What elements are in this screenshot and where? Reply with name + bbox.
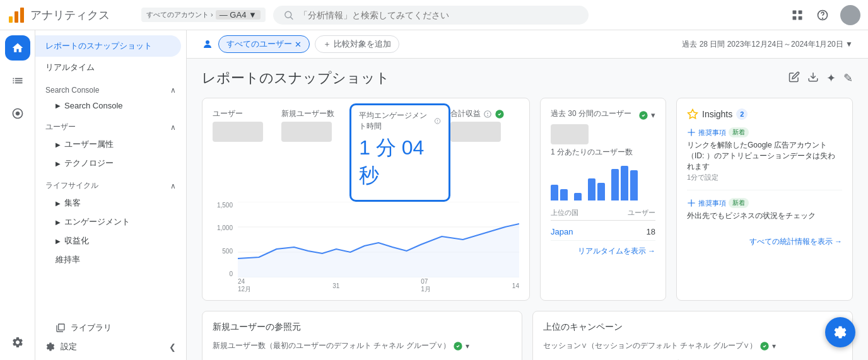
svg-point-10 [823,18,823,18]
realtime-value-blurred [551,124,589,144]
users-card: ユーザー 新規ユーザー数 平均エンゲージメント時間 1 分 [202,98,530,301]
search-bar[interactable] [273,6,589,25]
avatar[interactable] [840,5,860,25]
realtime-label: 過去 30 分間のユーザー [551,108,631,119]
x-label-3: 071月 [421,278,431,294]
user-filter-chip[interactable]: すべてのユーザー ✕ [218,35,310,53]
sidebar-icon-settings[interactable] [5,330,30,355]
technology-label: テクノロジー [64,158,114,169]
country-value-japan: 18 [647,227,655,236]
sidebar-item-monetization[interactable]: ▶ 収益化 [35,231,186,250]
bar-7 [621,166,628,200]
bottom-section: 新規ユーザーの参照元 新規ユーザー数（最初のユーザーのデフォルト チャネル グル… [187,311,868,360]
sidebar-icon-home[interactable] [5,35,30,61]
customize-icon[interactable]: ✦ [826,71,836,86]
engagement-value: 1 分 04 秒 [359,134,441,190]
sidebar-item-snapshot[interactable]: レポートのスナップショット [35,35,181,57]
new-users-metric-label: 新規ユーザー数 [281,108,350,119]
user-metric-label: ユーザー [213,108,281,119]
check-icon-campaign [760,341,770,351]
insight-1-text: リンクを解除したGoogle 広告アカウント（ID: ）のアトリビューションデー… [687,140,842,171]
bar-8 [630,170,638,200]
date-range[interactable]: 過去 28 日間 2023年12月24日～2024年1月20日 ▼ [682,39,853,50]
svg-rect-28 [688,203,695,204]
sidebar-item-library[interactable]: ライブラリ [45,317,176,339]
campaign-title: 上位のキャンペーン [543,322,842,333]
campaign-card: 上位のキャンペーン セッション∨（セッションのデフォルト チャネル グループ∨）… [532,311,853,360]
users-header: ユーザー [45,122,76,132]
edit-icon[interactable]: ✎ [843,71,853,86]
user-metric: ユーザー [213,108,281,197]
x-label-1: 2412月 [238,278,251,294]
bar-1 [551,185,558,200]
sidebar-item-user-attrs[interactable]: ▶ ユーザー属性 [35,135,186,154]
sidebar-item-engagement[interactable]: ▶ エンゲージメント [35,212,186,231]
check-icon [495,109,505,119]
left-panel: レポートのスナップショット リアルタイム Search Console ∧ ▶ … [0,30,187,360]
page-header: レポートのスナップショット ✦ ✎ [187,59,868,93]
dropdown-icon[interactable]: ▾ [651,110,655,120]
user-metric-value-blurred [213,122,263,142]
search-console-section[interactable]: Search Console ∧ [35,78,186,97]
insights-header: Insights 2 [687,108,842,120]
realtime-view-link[interactable]: リアルタイムを表示 → [551,246,655,257]
realtime-card: 過去 30 分間のユーザー ▾ 1 分あたりのユーザー数 [540,98,666,301]
search-console-sub-label: Search Console [64,101,123,110]
check-icon-bottom [453,341,463,351]
account-selector[interactable]: すべてのアカウント › — GA4 ▼ [141,8,266,22]
check-icon-realtime [638,110,648,120]
arrow-icon-5: ▶ [56,219,61,226]
sidebar-icon-chart[interactable] [5,68,30,93]
svg-rect-1 [15,11,18,23]
collapse-icon[interactable]: ❮ [169,342,176,352]
metrics-cards: ユーザー 新規ユーザー数 平均エンゲージメント時間 1 分 [187,93,868,311]
dropdown-icon-bottom[interactable]: ▾ [466,342,469,351]
acquisition-label: 集客 [64,197,81,209]
add-compare-chip[interactable]: ＋ 比較対象を追加 [315,35,399,53]
svg-point-18 [488,115,488,116]
sidebar-item-realtime[interactable]: リアルタイム [35,57,181,78]
revenue-metric: 合計収益 [450,108,519,197]
add-icon: ＋ [323,38,331,50]
arrow-icon: ▶ [56,102,61,109]
chart-plot: 2412月 31 071月 14 [238,202,519,290]
users-icon-chip [202,38,213,50]
share-edit-icon[interactable] [789,71,800,86]
lifecycle-section[interactable]: ライフサイクル ∧ [35,173,186,194]
account-label: すべてのアカウント › [146,10,213,20]
sidebar-icon-target[interactable] [5,101,30,126]
sidebar-item-retention[interactable]: 維持率 [35,250,186,269]
svg-line-4 [291,17,293,19]
new-users-metric: 新規ユーザー数 [281,108,350,197]
dropdown-icon-campaign[interactable]: ▾ [772,342,776,351]
sidebar-item-search-console[interactable]: ▶ Search Console [35,97,186,114]
account-name: — GA4 ▼ [216,10,261,20]
sidebar-item-technology[interactable]: ▶ テクノロジー [35,154,186,173]
svg-point-11 [206,40,209,44]
help-icon[interactable] [815,8,830,23]
sidebar-icon-strip [0,30,35,360]
export-icon[interactable] [807,71,819,86]
engagement-metric-label: 平均エンゲージメント時間 [359,110,441,132]
chevron-up-icon-users: ∧ [170,123,176,132]
app-name: アナリティクス [30,8,110,23]
users-col-header: ユーザー [628,208,655,218]
library-icon [56,323,66,333]
sidebar-item-settings[interactable]: 設定 [45,341,77,352]
retention-label: 維持率 [56,254,80,265]
insights-view-all-link[interactable]: すべての統計情報を表示 → [687,236,842,247]
svg-rect-2 [20,8,24,23]
settings-fab[interactable] [825,317,855,347]
insight-1-new-badge: 新着 [729,127,749,137]
y-axis-low: 500 [213,248,233,255]
svg-rect-6 [799,10,802,14]
logo-area: アナリティクス [8,6,134,24]
search-console-header: Search Console [45,86,99,95]
new-users-metric-value-blurred [281,122,332,142]
search-input[interactable] [299,10,578,20]
grid-icon[interactable] [790,8,805,23]
sidebar-item-acquisition[interactable]: ▶ 集客 [35,194,186,212]
arrow-icon-2: ▶ [56,141,61,148]
users-section[interactable]: ユーザー ∧ [35,114,186,135]
x-axis: 2412月 31 071月 14 [238,279,519,292]
